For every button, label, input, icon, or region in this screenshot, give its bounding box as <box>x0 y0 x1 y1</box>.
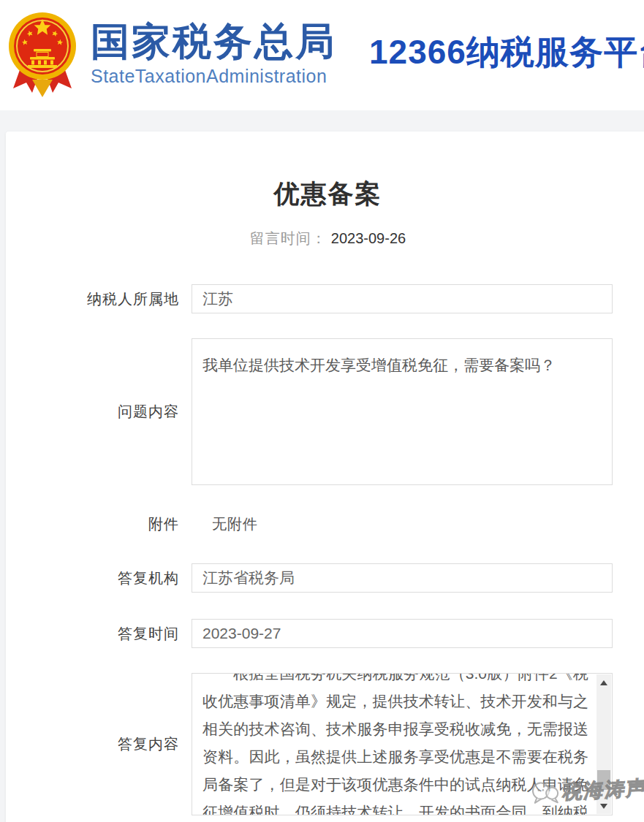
field-row-question: 问题内容 我单位提供技术开发享受增值税免征，需要备案吗？ <box>6 338 644 485</box>
attachment-value: 无附件 <box>192 514 613 534</box>
org-name-en: StateTaxationAdministration <box>91 66 336 86</box>
reply-content-box[interactable]: 根据全国税务机关纳税服务规范（3.0版）附件2《税收优惠事项清单》规定，提供技术… <box>192 673 613 815</box>
field-row-reply-content: 答复内容 根据全国税务机关纳税服务规范（3.0版）附件2《税收优惠事项清单》规定… <box>6 673 644 815</box>
platform-title: 12366纳税服务平台 <box>369 31 644 72</box>
question-textarea[interactable]: 我单位提供技术开发享受增值税免征，需要备案吗？ <box>192 338 613 485</box>
detail-form: 纳税人所属地 江苏 问题内容 我单位提供技术开发享受增值税免征，需要备案吗？ 附… <box>6 284 644 815</box>
field-row-reply-org: 答复机构 江苏省税务局 <box>6 563 644 593</box>
field-label-reply-content: 答复内容 <box>6 734 192 754</box>
reply-time-input[interactable]: 2023-09-27 <box>192 619 613 648</box>
field-label-location: 纳税人所属地 <box>6 289 192 309</box>
scroll-up-icon[interactable] <box>596 676 611 689</box>
message-time-label: 留言时间： <box>250 230 327 246</box>
field-label-attachment: 附件 <box>6 514 192 534</box>
field-row-reply-time: 答复时间 2023-09-27 <box>6 619 644 648</box>
reply-org-input[interactable]: 江苏省税务局 <box>192 563 613 593</box>
reply-content-text: 根据全国税务机关纳税服务规范（3.0版）附件2《税收优惠事项清单》规定，提供技术… <box>202 673 588 815</box>
page-title: 优惠备案 <box>6 177 644 211</box>
brand-block: 国家税务总局 StateTaxationAdministration <box>91 20 336 86</box>
national-emblem-icon <box>7 4 77 102</box>
scrollbar-thumb[interactable] <box>597 770 610 790</box>
field-label-reply-org: 答复机构 <box>6 568 192 588</box>
field-row-attachment: 附件 无附件 <box>6 514 644 534</box>
scroll-down-icon[interactable] <box>596 799 611 813</box>
message-time: 留言时间：2023-09-26 <box>6 229 644 248</box>
location-input[interactable]: 江苏 <box>192 284 613 313</box>
org-name-cn: 国家税务总局 <box>91 20 336 64</box>
field-row-location: 纳税人所属地 江苏 <box>6 284 644 313</box>
message-time-value: 2023-09-26 <box>331 230 406 246</box>
content-card: 优惠备案 留言时间：2023-09-26 纳税人所属地 江苏 问题内容 我单位提… <box>6 132 644 822</box>
scrollbar[interactable] <box>596 674 611 814</box>
field-label-reply-time: 答复时间 <box>6 624 192 644</box>
site-header: 国家税务总局 StateTaxationAdministration 12366… <box>0 0 644 110</box>
reply-content-scroll-area: 根据全国税务机关纳税服务规范（3.0版）附件2《税收优惠事项清单》规定，提供技术… <box>192 673 597 815</box>
field-label-question: 问题内容 <box>6 402 192 422</box>
